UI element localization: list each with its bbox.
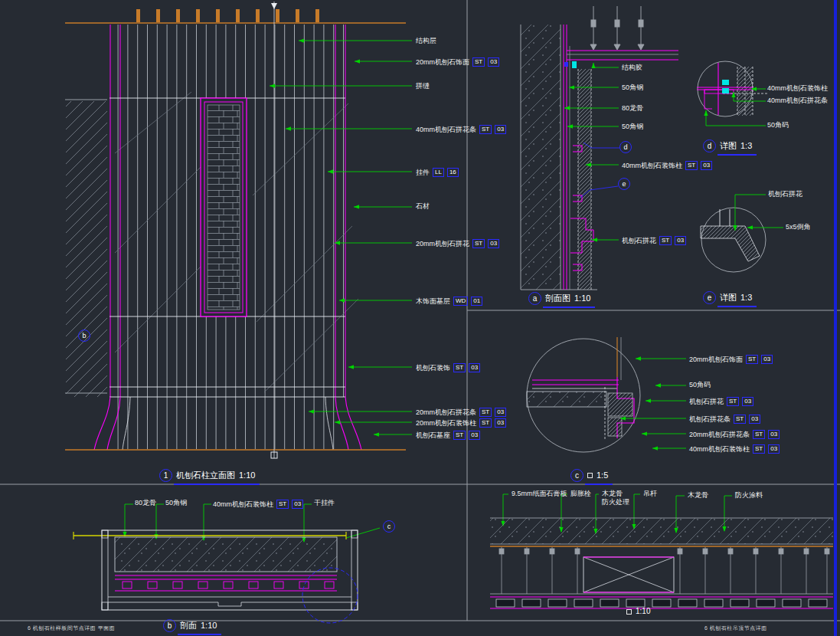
detail-marker-c: c — [383, 520, 395, 533]
viewport-blue-border — [834, 0, 837, 636]
callout-label: 20mm机刨石拼花条 ST 03 — [416, 408, 506, 417]
callout-text: 40mm机刨石装饰柱 — [622, 162, 682, 169]
callout-text: 50角钢 — [622, 84, 643, 91]
callout-text: 机刨石拼花条 — [689, 416, 731, 423]
callout-label: 50角钢 — [622, 84, 643, 91]
caption-number: 1 — [159, 469, 172, 482]
caption-underline — [174, 484, 260, 485]
material-tag: ST — [727, 397, 739, 406]
section-marker-b: b — [78, 329, 90, 342]
detail-e-drawing — [701, 195, 783, 272]
callout-text: 防火处理 — [602, 499, 629, 506]
callout-label: 50角码 — [767, 122, 789, 129]
callout-text: 膨胀栓 — [570, 490, 591, 497]
sheet-title-right: 6 机刨石柱吊顶节点详图 — [704, 625, 767, 632]
callout-label: 拼缝 — [416, 83, 430, 90]
callout-text: 木饰面基层 — [416, 298, 450, 305]
callout-text: 机刨石基座 — [416, 432, 450, 439]
callout-text: 吊杆 — [643, 490, 657, 497]
caption-scale: 1:5 — [596, 471, 608, 480]
caption-title: 剖面 — [180, 621, 197, 630]
material-tag: 16 — [447, 168, 459, 177]
callout-label: 机刨石装饰 ST 03 — [416, 363, 480, 372]
callout-text: 20mm机刨石拼花 — [416, 241, 469, 248]
material-tag: ST — [753, 444, 765, 454]
caption-title: 详图 — [720, 142, 737, 150]
callout-text: 40mm机刨石装饰柱 — [689, 446, 750, 453]
ceiling-drawing — [490, 494, 833, 608]
caption-scale: 1:10 — [239, 471, 255, 480]
caption-underline — [717, 306, 757, 307]
callout-label: 40mm机刨石装饰柱 ST 03 — [689, 444, 780, 454]
callout-label: 20mm机刨石装饰柱 ST 03 — [416, 418, 506, 428]
material-tag: ST — [472, 239, 485, 248]
material-tag: ST — [685, 161, 698, 170]
callout-text: 结构层 — [416, 38, 436, 44]
callout-label: 防火涂料 — [735, 492, 763, 499]
caption-underline — [543, 307, 595, 308]
caption-number: d — [703, 139, 716, 152]
callout-text: 50角码 — [689, 382, 711, 388]
caption-title: 机刨石柱立面图 — [176, 471, 235, 480]
material-tag: 03 — [469, 363, 480, 372]
view-caption: 1:10 — [626, 608, 650, 615]
callout-text: 5x5倒角 — [786, 224, 811, 231]
section-a-drawing — [521, 6, 678, 290]
material-tag: 03 — [488, 239, 499, 248]
callout-label: 40mm机刨石装饰柱 ST 03 — [213, 500, 303, 509]
material-tag: 03 — [495, 125, 506, 134]
caption-scale: 1:10 — [201, 621, 217, 630]
caption-underline — [178, 634, 221, 635]
callout-text: 40mm机刨石拼花条 — [416, 126, 476, 133]
callout-text: 80龙骨 — [622, 105, 643, 112]
callout-label: 9.5mm纸面石膏板 — [512, 490, 567, 497]
material-tag: ST — [659, 236, 672, 245]
callout-label: 80龙骨 — [622, 105, 643, 112]
detail-d-drawing — [697, 61, 767, 126]
callout-label: 20mm机刨石饰面 ST 03 — [416, 57, 499, 67]
caption-scale: 1:3 — [740, 142, 752, 150]
callout-label: 5x5倒角 — [786, 224, 811, 231]
view-caption: b 剖面 1:10 — [163, 619, 217, 632]
callout-label: 40mm机刨石拼花条 — [767, 97, 828, 104]
detail-marker-e: e — [618, 178, 630, 190]
callout-text: 40mm机刨石装饰柱 — [767, 85, 828, 92]
elevation-drawing — [65, 2, 412, 458]
callout-label: 20mm机刨石拼花 ST 03 — [416, 239, 499, 248]
callout-text: 50角钢 — [165, 500, 187, 507]
material-tag: 03 — [469, 431, 480, 440]
callout-text: 干挂件 — [314, 500, 335, 507]
callout-text: 防火涂料 — [735, 492, 763, 499]
caption-scale: 1:10 — [636, 608, 650, 615]
material-tag: 01 — [471, 297, 482, 306]
callout-label: 20mm机刨石饰面 ST 03 — [689, 355, 773, 364]
callout-text: 20mm机刨石饰面 — [689, 356, 743, 363]
caption-underline — [717, 154, 757, 156]
material-tag: ST — [453, 363, 466, 372]
view-caption: a 剖面图 1:10 — [528, 292, 590, 305]
callout-text: 20mm机刨石拼花条 — [689, 431, 750, 438]
material-tag: 03 — [749, 415, 760, 424]
callout-label: 挂件 LL 16 — [416, 168, 459, 177]
callout-label: 机刨石拼花 — [768, 191, 802, 198]
callout-text: 9.5mm纸面石膏板 — [512, 490, 567, 497]
cad-model-space[interactable]: 结构层 20mm机刨石饰面 ST 03 拼缝 40mm机刨石拼花条 ST 03 … — [0, 0, 840, 636]
material-tag: 03 — [495, 418, 506, 428]
material-tag: ST — [479, 418, 492, 428]
caption-scale: 1:10 — [574, 294, 590, 303]
detail-marker-d: d — [619, 141, 632, 153]
view-caption: 1 机刨石柱立面图 1:10 — [159, 469, 255, 482]
callout-text: 石材 — [416, 203, 430, 210]
material-tag: ST — [746, 355, 758, 364]
caption-number: a — [528, 292, 541, 305]
caption-number: e — [703, 291, 716, 304]
material-tag: 03 — [701, 161, 712, 170]
caption-underline — [585, 484, 613, 485]
material-tag: ST — [453, 431, 466, 440]
callout-label: 机刨石拼花 ST 03 — [622, 236, 686, 245]
callout-text: 拼缝 — [416, 83, 430, 90]
material-tag: 03 — [768, 430, 780, 439]
callout-label: 机刨石拼花 ST 03 — [689, 397, 753, 406]
material-tag: 03 — [768, 444, 780, 454]
material-tag: 03 — [761, 355, 773, 364]
